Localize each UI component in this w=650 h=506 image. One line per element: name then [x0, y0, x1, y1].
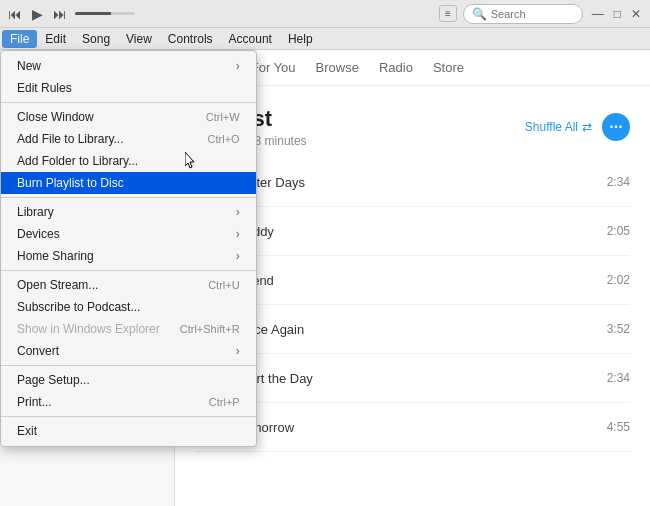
menu-subscribe-podcast[interactable]: Subscribe to Podcast...	[1, 296, 256, 318]
track-item[interactable]: ♪ Tomorrow 4:55	[195, 403, 630, 452]
track-duration: 2:05	[595, 224, 630, 238]
track-item[interactable]: ♪ Friend 2:02	[195, 256, 630, 305]
maximize-button[interactable]: □	[611, 7, 624, 21]
menu-page-setup-label: Page Setup...	[17, 373, 90, 387]
track-item[interactable]: ♪ Once Again 3:52	[195, 305, 630, 354]
track-duration: 3:52	[595, 322, 630, 336]
track-name: Friend	[237, 273, 585, 288]
separator	[1, 270, 256, 271]
transport-controls: ⏮ ▶ ⏭	[6, 4, 135, 24]
track-name: Start the Day	[237, 371, 585, 386]
file-dropdown-menu: New › Edit Rules Close Window Ctrl+W Add…	[0, 50, 257, 447]
separator	[1, 197, 256, 198]
submenu-arrow: ›	[236, 59, 240, 73]
menu-add-folder[interactable]: Add Folder to Library...	[1, 150, 256, 172]
playlist-controls: Shuffle All ⇄ ···	[525, 113, 630, 141]
track-duration: 2:34	[595, 371, 630, 385]
menu-devices-label: Devices	[17, 227, 60, 241]
more-button[interactable]: ···	[602, 113, 630, 141]
menu-add-folder-label: Add Folder to Library...	[17, 154, 138, 168]
menu-burn-playlist[interactable]: Burn Playlist to Disc	[1, 172, 256, 194]
menu-add-file[interactable]: Add File to Library... Ctrl+O	[1, 128, 256, 150]
play-button[interactable]: ▶	[30, 4, 45, 24]
search-input[interactable]	[491, 8, 581, 20]
minimize-button[interactable]: —	[589, 7, 607, 21]
separator	[1, 102, 256, 103]
menu-edit-rules[interactable]: Edit Rules	[1, 77, 256, 99]
submenu-arrow: ›	[236, 344, 240, 358]
file-dropdown-overlay: New › Edit Rules Close Window Ctrl+W Add…	[0, 50, 257, 447]
track-item[interactable]: ♪ Start the Day 2:34	[195, 354, 630, 403]
menu-home-sharing[interactable]: Home Sharing ›	[1, 245, 256, 267]
menu-exit-label: Exit	[17, 424, 37, 438]
menu-show-explorer-label: Show in Windows Explorer	[17, 322, 160, 336]
submenu-arrow: ›	[236, 249, 240, 263]
menu-close-window-label: Close Window	[17, 110, 94, 124]
tab-for-you[interactable]: For You	[251, 58, 296, 77]
search-box[interactable]: 🔍	[463, 4, 583, 24]
menu-library-label: Library	[17, 205, 54, 219]
track-name: Once Again	[237, 322, 585, 337]
shuffle-icon: ⇄	[582, 120, 592, 134]
menu-open-stream[interactable]: Open Stream... Ctrl+U	[1, 274, 256, 296]
tab-radio[interactable]: Radio	[379, 58, 413, 77]
menu-print[interactable]: Print... Ctrl+P	[1, 391, 256, 413]
separator	[1, 365, 256, 366]
title-bar-right: ≡ 🔍 — □ ✕	[439, 4, 644, 24]
shortcut-close-window: Ctrl+W	[206, 111, 240, 123]
search-icon: 🔍	[472, 7, 487, 21]
menu-bar: File Edit Song View Controls Account Hel…	[0, 28, 650, 50]
track-name: Better Days	[237, 175, 585, 190]
menu-burn-playlist-label: Burn Playlist to Disc	[17, 176, 124, 190]
menu-close-window[interactable]: Close Window Ctrl+W	[1, 106, 256, 128]
shuffle-button[interactable]: Shuffle All ⇄	[525, 120, 592, 134]
menu-exit[interactable]: Exit	[1, 420, 256, 442]
menu-page-setup[interactable]: Page Setup...	[1, 369, 256, 391]
menu-edit-rules-label: Edit Rules	[17, 81, 72, 95]
tab-store[interactable]: Store	[433, 58, 464, 77]
track-name: Tomorrow	[237, 420, 585, 435]
shortcut-show-explorer: Ctrl+Shift+R	[180, 323, 240, 335]
rewind-button[interactable]: ⏮	[6, 4, 24, 24]
menu-item-edit[interactable]: Edit	[37, 30, 74, 48]
track-item[interactable]: ♪ Buddy 2:05	[195, 207, 630, 256]
menu-item-view[interactable]: View	[118, 30, 160, 48]
track-duration: 2:02	[595, 273, 630, 287]
menu-convert[interactable]: Convert ›	[1, 340, 256, 362]
menu-home-sharing-label: Home Sharing	[17, 249, 94, 263]
volume-slider[interactable]	[75, 12, 135, 15]
shuffle-label: Shuffle All	[525, 120, 578, 134]
menu-new-label: New	[17, 59, 41, 73]
track-name: Buddy	[237, 224, 585, 239]
close-button[interactable]: ✕	[628, 7, 644, 21]
menu-print-label: Print...	[17, 395, 52, 409]
menu-show-explorer[interactable]: Show in Windows Explorer Ctrl+Shift+R	[1, 318, 256, 340]
menu-new[interactable]: New ›	[1, 55, 256, 77]
menu-convert-label: Convert	[17, 344, 59, 358]
tab-browse[interactable]: Browse	[316, 58, 359, 77]
separator	[1, 416, 256, 417]
track-duration: 2:34	[595, 175, 630, 189]
menu-icon-button[interactable]: ≡	[439, 5, 457, 22]
more-icon: ···	[609, 118, 622, 136]
menu-item-help[interactable]: Help	[280, 30, 321, 48]
shortcut-print: Ctrl+P	[209, 396, 240, 408]
menu-item-file[interactable]: File	[2, 30, 37, 48]
title-bar: ⏮ ▶ ⏭ ≡ 🔍 — □ ✕	[0, 0, 650, 28]
menu-item-account[interactable]: Account	[221, 30, 280, 48]
fastforward-button[interactable]: ⏭	[51, 4, 69, 24]
menu-library[interactable]: Library ›	[1, 201, 256, 223]
track-duration: 4:55	[595, 420, 630, 434]
window-controls: — □ ✕	[589, 7, 644, 21]
submenu-arrow: ›	[236, 205, 240, 219]
submenu-arrow: ›	[236, 227, 240, 241]
menu-add-file-label: Add File to Library...	[17, 132, 124, 146]
menu-devices[interactable]: Devices ›	[1, 223, 256, 245]
menu-item-song[interactable]: Song	[74, 30, 118, 48]
menu-subscribe-podcast-label: Subscribe to Podcast...	[17, 300, 140, 314]
track-item[interactable]: ♪ Better Days 2:34	[195, 158, 630, 207]
shortcut-add-file: Ctrl+O	[208, 133, 240, 145]
menu-open-stream-label: Open Stream...	[17, 278, 98, 292]
menu-item-controls[interactable]: Controls	[160, 30, 221, 48]
shortcut-open-stream: Ctrl+U	[208, 279, 239, 291]
